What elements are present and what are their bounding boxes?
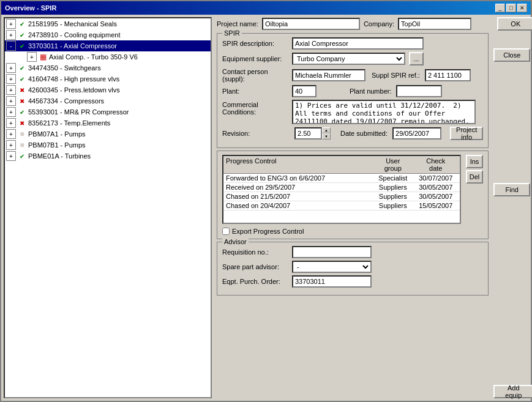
equipment-supplier-select[interactable]: Turbo Company [292,53,405,65]
add-equip-button[interactable]: Add equip [493,385,532,398]
col-header-check: Checkdate [414,157,457,172]
status-icon-5: ✔ [17,74,27,84]
project-info-button[interactable]: Project info [450,127,483,140]
project-name-input[interactable] [262,18,360,30]
col-header-desc: Progress Control [226,157,372,172]
eqpt-row: Eqpt. Purch. Order: [222,275,483,288]
tree-item-10[interactable]: + ■ PBM07A1 - Pumps [5,128,211,140]
plant-number-label: Plant number: [350,87,391,95]
tree-item-11[interactable]: + ■ PBM07B1 - Pumps [5,140,211,151]
requisition-input[interactable] [292,246,372,258]
expander-10[interactable]: + [6,129,16,139]
maximize-button[interactable]: □ [506,4,516,12]
tree-item-9[interactable]: + ✖ 83562173 - Temp.Elements [5,117,211,128]
expander-3a[interactable]: + [27,52,37,62]
form-body: SPIR SPIR description: Equipment supplie… [217,33,532,398]
tree-label-12: PBME01A - Turbines [28,152,91,160]
ins-button[interactable]: Ins [466,155,484,168]
table-row[interactable]: Forwarded to ENG/3 on 6/6/2007 Specialis… [223,174,460,183]
plant-input[interactable] [292,85,317,97]
spir-description-label: SPIR description: [222,40,290,47]
tree-item-8[interactable]: + ✔ 55393001 - MR& PR Compressor [5,106,211,117]
expander-3[interactable]: - [6,41,16,51]
commercial-row: CommercialConditions: 1) Prices are vali… [222,100,483,124]
tree-label-3a: Axial Comp. - Turbo 350-9 V6 [49,53,138,61]
tree-item-12[interactable]: + ✔ PBME01A - Turbines [5,151,211,162]
table-row[interactable]: Chased on 21/5/2007 Suppliers 30/05/2007 [223,192,460,201]
progress-user-2: Suppliers [372,193,414,200]
del-button[interactable]: Del [466,170,484,184]
tree-item-5[interactable]: + ✔ 41604748 - High pressure vlvs [5,73,211,84]
status-icon-9: ✖ [17,118,27,128]
find-button[interactable]: Find [493,183,530,196]
progress-desc-0: Forwarded to ENG/3 on 6/6/2007 [226,174,372,182]
plant-number-input[interactable] [396,85,442,97]
commercial-textarea[interactable]: 1) Prices are valid until 31/12/2007. 2)… [292,100,476,124]
tree-item-6[interactable]: + ✖ 42600345 - Press.letdown vlvs [5,84,211,95]
expander-9[interactable]: + [6,118,16,128]
equipment-supplier-row: Equipment supplier: Turbo Company ... [222,52,483,65]
tree-label-5: 41604748 - High pressure vlvs [28,75,119,83]
contact-person-input[interactable] [292,69,365,81]
contact-person-label: Contact person(suppl): [222,68,290,83]
tree-item-1[interactable]: + ✔ 21581995 - Mechanical Seals [5,18,211,29]
progress-table: Progress Control Usergroup Checkdate For… [222,155,461,224]
progress-user-1: Suppliers [372,184,414,191]
expander-11[interactable]: + [6,140,16,150]
spare-part-select[interactable]: - [292,261,372,273]
status-icon-4: ✔ [17,63,27,73]
close-button[interactable]: Close [493,48,530,62]
tree-item-7[interactable]: + ✖ 44567334 - Compressors [5,95,211,106]
progress-check-2: 30/05/2007 [414,193,457,200]
spinner-down[interactable]: ▼ [322,133,331,140]
supplier-ellipsis-button[interactable]: ... [409,52,424,65]
suppl-spir-ref-input[interactable] [425,69,471,81]
expander-2[interactable]: + [6,30,16,40]
equipment-supplier-label: Equipment supplier: [222,55,290,62]
close-window-button[interactable]: ✕ [517,4,527,12]
expander-5[interactable]: + [6,74,16,84]
status-icon-check: ✔ [17,19,27,29]
spinner-up[interactable]: ▲ [322,127,331,133]
commercial-label: CommercialConditions: [222,100,290,116]
tree-item-4[interactable]: + ✔ 34474350 - Switchgears [5,62,211,73]
requisition-row: Requisition no.: [222,246,483,258]
expander-4[interactable]: + [6,63,16,73]
progress-check-1: 30/05/2007 [414,184,457,191]
export-label: Export Progress Control [232,228,304,235]
expander-12[interactable]: + [6,151,16,161]
title-bar: Overview - SPIR _ □ ✕ [1,1,531,15]
expander-6[interactable]: + [6,85,16,95]
progress-desc-1: Received on 29/5/2007 [226,184,372,191]
company-input[interactable] [398,18,471,30]
spir-description-input[interactable] [292,37,424,50]
requisition-label: Requisition no.: [222,248,290,256]
tree-label-11: PBM07B1 - Pumps [28,141,86,149]
tree-label-2: 24738910 - Cooling equipment [28,31,120,39]
advisor-group-title: Advisor [222,238,249,245]
export-checkbox[interactable] [222,228,230,235]
expander-8[interactable]: + [6,107,16,117]
expander-1[interactable]: + [6,19,16,29]
revision-row: Revision: ▲ ▼ Date submitted: Project in [222,127,483,140]
spir-group-title: SPIR [222,29,242,37]
eqpt-input[interactable] [292,275,372,288]
table-row[interactable]: Received on 29/5/2007 Suppliers 30/05/20… [223,183,460,192]
tree-label-1: 21581995 - Mechanical Seals [28,20,117,28]
export-checkbox-row: Export Progress Control [222,228,461,235]
ok-button[interactable]: OK [497,17,532,31]
ins-del-buttons: Ins Del [466,155,484,184]
expander-7[interactable]: + [6,96,16,106]
minimize-button[interactable]: _ [495,4,505,12]
table-row[interactable]: Chased on 20/4/2007 Suppliers 15/05/2007 [223,201,460,210]
spare-part-label: Spare part advisor: [222,263,290,270]
suppl-spir-ref-label: Suppl SPIR ref.: [372,72,420,79]
date-submitted-input[interactable] [392,127,441,140]
tree-item-2[interactable]: + ✔ 24738910 - Cooling equipment [5,29,211,40]
progress-control-group: Progress Control Usergroup Checkdate For… [217,151,489,239]
tree-item-3a[interactable]: + ▦ Axial Comp. - Turbo 350-9 V6 [5,51,211,62]
status-icon-check-2: ✔ [17,30,27,40]
form-left: SPIR SPIR description: Equipment supplie… [217,33,489,398]
revision-input[interactable] [294,127,322,140]
tree-item-3[interactable]: - ✔ 33703011 - Axial Compressor [5,40,211,51]
